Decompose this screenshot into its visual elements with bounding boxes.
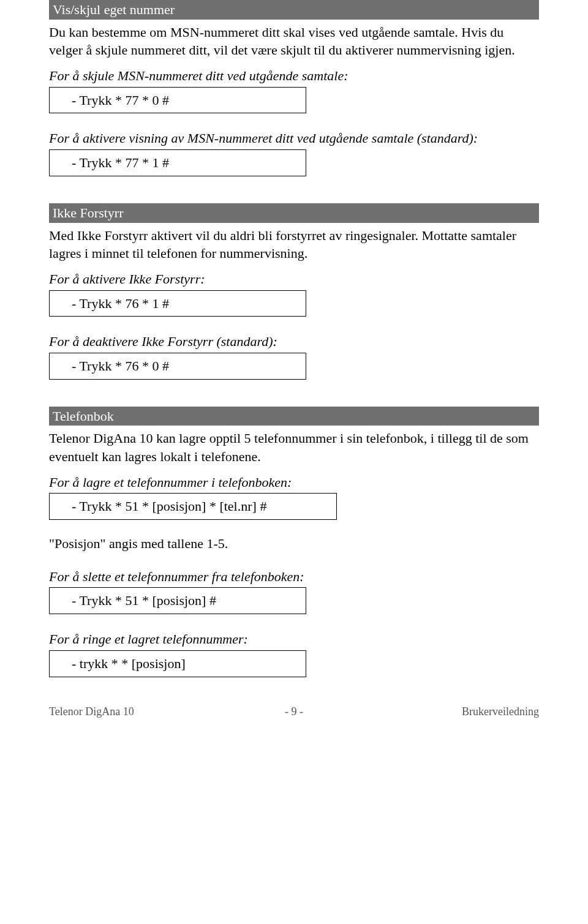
keycode-box: - Trykk * 77 * 0 # [49,87,306,114]
instruction-label: For å deaktivere Ikke Forstyrr (standard… [49,332,539,351]
section-header-dnd: Ikke Forstyrr [49,203,539,223]
section-header-phonebook: Telefonbok [49,407,539,426]
body-text: Telenor DigAna 10 kan lagre opptil 5 tel… [49,429,539,465]
note-text: "Posisjon" angis med tallene 1-5. [49,535,539,553]
section-header-hide-number: Vis/skjul eget nummer [49,0,539,20]
footer-left: Telenor DigAna 10 [49,704,213,719]
keycode-box: - Trykk * 76 * 0 # [49,353,306,380]
keycode-box: - Trykk * 77 * 1 # [49,149,306,176]
keycode-box: - trykk * * [posisjon] [49,650,306,677]
body-text: Du kan bestemme om MSN-nummeret ditt ska… [49,23,539,59]
instruction-label: For å lagre et telefonnummer i telefonbo… [49,473,539,492]
instruction-label: For å skjule MSN-nummeret ditt ved utgåe… [49,67,539,85]
keycode-box: - Trykk * 51 * [posisjon] # [49,587,306,614]
instruction-label: For å aktivere visning av MSN-nummeret d… [49,129,539,148]
keycode-box: - Trykk * 51 * [posisjon] * [tel.nr] # [49,493,337,520]
body-text: Med Ikke Forstyrr aktivert vil du aldri … [49,227,539,263]
instruction-label: For å slette et telefonnummer fra telefo… [49,568,539,586]
page-footer: Telenor DigAna 10 - 9 - Brukerveiledning [49,704,539,719]
instruction-label: For å ringe et lagret telefonnummer: [49,630,539,648]
footer-right: Brukerveiledning [375,704,539,719]
footer-page-number: - 9 - [213,704,376,719]
keycode-box: - Trykk * 76 * 1 # [49,290,306,317]
instruction-label: For å aktivere Ikke Forstyrr: [49,270,539,288]
